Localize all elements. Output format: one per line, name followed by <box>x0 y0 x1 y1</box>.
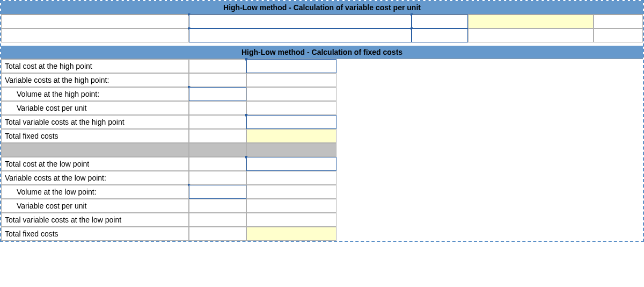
low-tvc-rest <box>336 213 643 227</box>
low-vcu-rest <box>336 199 643 213</box>
high-vcu-label: Variable cost per unit <box>1 101 189 115</box>
low-vcu-label: Variable cost per unit <box>1 199 189 213</box>
section1-header: High-Low method - Calculation of variabl… <box>1 1 643 15</box>
low-volume-c2[interactable] <box>189 185 246 199</box>
s1-r1-c1[interactable] <box>1 15 189 28</box>
high-volume-label: Volume at the high point: <box>1 87 189 101</box>
high-tvc-label: Total variable costs at the high point <box>1 115 189 129</box>
low-tvc-c2[interactable] <box>189 213 246 227</box>
low-volume-c3[interactable] <box>246 185 336 199</box>
low-var-costs-label: Variable costs at the low point: <box>1 171 189 185</box>
grey-rest <box>336 143 643 157</box>
low-vcu-row: Variable cost per unit <box>1 199 643 213</box>
low-var-costs-rest <box>336 171 643 185</box>
low-total-cost-row: Total cost at the low point <box>1 157 643 171</box>
low-volume-rest <box>336 185 643 199</box>
low-total-cost-c3[interactable] <box>246 157 336 171</box>
grey-separator <box>1 143 643 157</box>
s1-r2-c1[interactable] <box>1 28 189 42</box>
high-tfc-label: Total fixed costs <box>1 129 189 143</box>
high-tvc-c2[interactable] <box>189 115 246 129</box>
low-tfc-label: Total fixed costs <box>1 227 189 241</box>
high-total-cost-label: Total cost at the high point <box>1 59 189 73</box>
low-var-costs-row: Variable costs at the low point: <box>1 171 643 185</box>
grey-c2 <box>189 143 246 157</box>
s1-r1-c2[interactable] <box>189 15 412 28</box>
low-volume-row: Volume at the low point: <box>1 185 643 199</box>
high-var-costs-rest <box>336 73 643 87</box>
worksheet-container: High-Low method - Calculation of variabl… <box>0 0 644 242</box>
high-total-cost-c2[interactable] <box>189 59 246 73</box>
low-tfc-rest <box>336 227 643 241</box>
low-total-cost-rest <box>336 157 643 171</box>
high-tvc-rest <box>336 115 643 129</box>
high-tvc-c3[interactable] <box>246 115 336 129</box>
s1-r2-c3[interactable] <box>412 28 468 42</box>
high-total-cost-rest <box>336 59 643 73</box>
grey-c3 <box>246 143 336 157</box>
low-var-costs-c3[interactable] <box>246 171 336 185</box>
s1-row1 <box>1 15 643 28</box>
high-var-costs-c2[interactable] <box>189 73 246 87</box>
high-total-cost-c3[interactable] <box>246 59 336 73</box>
high-volume-c2[interactable] <box>189 87 246 101</box>
low-total-cost-c2[interactable] <box>189 157 246 171</box>
s1-r2-c5[interactable] <box>594 28 643 42</box>
s1-r1-c4[interactable] <box>468 15 594 28</box>
section2-header-text: High-Low method - Calculation of fixed c… <box>241 48 402 56</box>
low-var-costs-c2[interactable] <box>189 171 246 185</box>
high-total-cost-row: Total cost at the high point <box>1 59 643 73</box>
section2-header: High-Low method - Calculation of fixed c… <box>1 46 643 59</box>
low-tfc-row: Total fixed costs <box>1 227 643 241</box>
high-volume-rest <box>336 87 643 101</box>
low-vcu-c3[interactable] <box>246 199 336 213</box>
high-tfc-rest <box>336 129 643 143</box>
high-var-costs-c3[interactable] <box>246 73 336 87</box>
low-total-cost-label: Total cost at the low point <box>1 157 189 171</box>
high-tvc-row: Total variable costs at the high point <box>1 115 643 129</box>
s1-row2 <box>1 28 643 42</box>
low-tvc-row: Total variable costs at the low point <box>1 213 643 227</box>
high-volume-row: Volume at the high point: <box>1 87 643 101</box>
high-volume-c3[interactable] <box>246 87 336 101</box>
high-vcu-c3[interactable] <box>246 101 336 115</box>
low-tfc-c2[interactable] <box>189 227 246 241</box>
high-vcu-rest <box>336 101 643 115</box>
s1-r2-c2[interactable] <box>189 28 412 42</box>
section1-header-text: High-Low method - Calculation of variabl… <box>223 3 421 12</box>
high-var-costs-row: Variable costs at the high point: <box>1 73 643 87</box>
grey-c1 <box>1 143 189 157</box>
s1-r2-c4[interactable] <box>468 28 594 42</box>
high-vcu-row: Variable cost per unit <box>1 101 643 115</box>
high-tfc-row: Total fixed costs <box>1 129 643 143</box>
high-var-costs-label: Variable costs at the high point: <box>1 73 189 87</box>
low-tfc-c3[interactable] <box>246 227 336 241</box>
s1-r1-c3[interactable] <box>412 15 468 28</box>
low-tvc-c3[interactable] <box>246 213 336 227</box>
high-vcu-c2[interactable] <box>189 101 246 115</box>
high-tfc-c2[interactable] <box>189 129 246 143</box>
s1-r1-c5[interactable] <box>594 15 643 28</box>
low-tvc-label: Total variable costs at the low point <box>1 213 189 227</box>
low-vcu-c2[interactable] <box>189 199 246 213</box>
high-tfc-c3[interactable] <box>246 129 336 143</box>
low-volume-label: Volume at the low point: <box>1 185 189 199</box>
